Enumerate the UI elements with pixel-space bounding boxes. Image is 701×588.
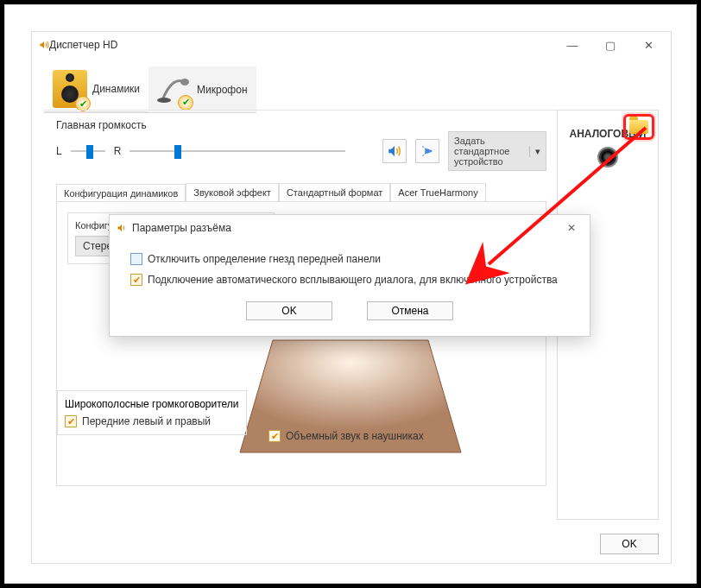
dialog-cancel-button[interactable]: Отмена <box>367 301 453 320</box>
dialog-close-button[interactable]: ✕ <box>560 222 583 234</box>
sound-icon <box>387 143 402 159</box>
connector-settings-button[interactable] <box>623 114 654 140</box>
balance-slider[interactable] <box>71 143 105 159</box>
chevron-down-icon: ▾ <box>529 146 540 157</box>
disable-front-jack-detection-checkbox[interactable]: ✔ Отключить определение гнезд передней п… <box>130 253 569 265</box>
connector-settings-dialog: Параметры разъёма ✕ ✔ Отключить определе… <box>109 214 590 337</box>
audio-jack[interactable] <box>597 147 618 168</box>
subtab-format[interactable]: Стандартный формат <box>279 183 390 201</box>
check-icon: ✔ <box>130 274 142 286</box>
microphone-icon: ✔ <box>157 71 192 109</box>
subtab-config[interactable]: Конфигурация динамиков <box>56 184 186 202</box>
dialog-ok-button[interactable]: OK <box>246 301 332 320</box>
speakers-icon: ✔ <box>53 70 87 108</box>
subtabs: Конфигурация динамиков Звуковой эффект С… <box>56 183 546 201</box>
surround-headphones-label: Объемный звук в наушниках <box>286 430 424 442</box>
speaker-icon <box>39 40 49 50</box>
volume-slider[interactable] <box>129 143 345 159</box>
svg-point-1 <box>157 98 171 103</box>
opt2-label: Подключение автоматического всплывающего… <box>148 274 558 286</box>
maximize-button[interactable]: ▢ <box>591 33 629 57</box>
minimize-button[interactable]: — <box>553 33 591 57</box>
front-lr-label: Передние левый и правый <box>82 415 211 427</box>
auto-popup-dialog-checkbox[interactable]: ✔ Подключение автоматического всплывающе… <box>130 274 569 286</box>
front-lr-checkbox[interactable]: ✔ Передние левый и правый <box>65 415 239 427</box>
subtab-harmony[interactable]: Acer TrueHarmony <box>390 183 485 201</box>
main-ok-button[interactable]: OK <box>600 534 659 554</box>
check-icon: ✔ <box>268 430 281 442</box>
tab-speakers[interactable]: ✔ Динамики <box>44 66 148 113</box>
volume-right-label: R <box>114 145 122 157</box>
tab-microphone-label: Микрофон <box>197 84 247 96</box>
surround-headphones-checkbox[interactable]: ✔ Объемный звук в наушниках <box>268 430 424 442</box>
check-icon: ✔ <box>65 415 77 427</box>
wideband-group: Широкополосные громкоговорители ✔ Передн… <box>57 390 247 435</box>
dialog-title: Параметры разъёма <box>132 222 231 234</box>
close-button[interactable]: ✕ <box>629 33 667 57</box>
main-volume-label: Главная громкость <box>56 119 546 131</box>
mute-icon <box>420 143 435 159</box>
dialog-titlebar: Параметры разъёма ✕ <box>110 215 590 241</box>
folder-icon <box>629 120 648 134</box>
play-test-button[interactable] <box>382 139 407 163</box>
window-title: Диспетчер HD <box>49 39 553 51</box>
checkbox-icon: ✔ <box>130 253 142 265</box>
wideband-title: Широкополосные громкоговорители <box>65 398 239 410</box>
set-default-device-label: Задать стандартное устройство <box>454 136 524 167</box>
tab-speakers-label: Динамики <box>92 83 140 95</box>
device-tabs: ✔ Динамики ✔ Микрофон <box>44 66 659 113</box>
set-default-device-button[interactable]: Задать стандартное устройство ▾ <box>448 131 546 171</box>
svg-point-0 <box>180 79 189 85</box>
speaker-icon <box>117 223 127 233</box>
titlebar: Диспетчер HD — ▢ ✕ <box>32 32 671 58</box>
opt1-label: Отключить определение гнезд передней пан… <box>148 253 381 265</box>
mute-button[interactable] <box>415 139 439 163</box>
tab-microphone[interactable]: ✔ Микрофон <box>148 66 256 113</box>
volume-left-label: L <box>56 145 62 157</box>
subtab-effect[interactable]: Звуковой эффект <box>186 183 279 201</box>
